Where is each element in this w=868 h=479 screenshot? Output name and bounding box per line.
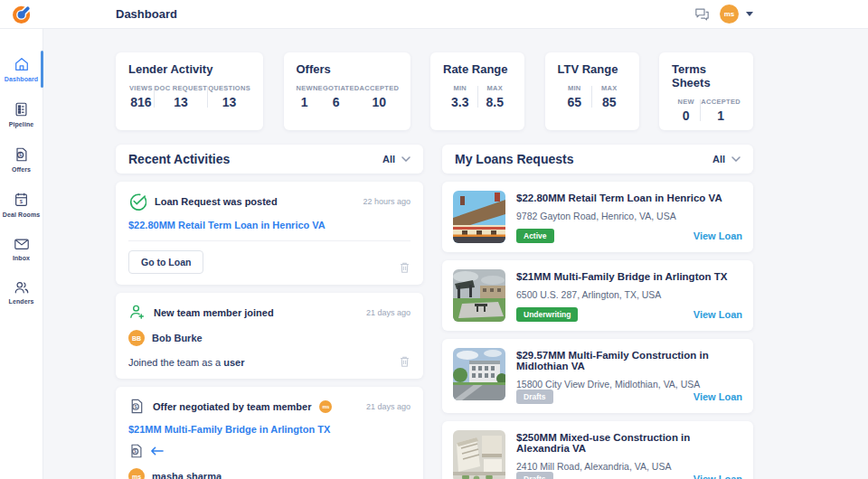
activity-title: Loan Request was posted xyxy=(155,196,278,207)
stat-card-terms-sheets: Terms Sheets NEW0 ACCEPTED1 xyxy=(659,52,753,130)
activity-card-offer-negotiated: $ Offer negotiated by team member ms 21 … xyxy=(116,387,423,479)
loan-title: $21MM Multi-Family Bridge in Arlington T… xyxy=(516,271,742,282)
activity-title: Offer negotiated by team member xyxy=(153,401,311,412)
sidebar-item-deal-rooms[interactable]: $ Deal Rooms xyxy=(0,186,42,223)
filter-value: All xyxy=(712,154,725,164)
my-loans-section: My Loans Requests All xyxy=(442,145,753,479)
svg-text:$: $ xyxy=(19,152,22,157)
stat-title: Rate Range xyxy=(443,62,512,76)
sidebar-item-label: Lenders xyxy=(9,298,34,305)
activity-note: Joined the team as a user xyxy=(128,357,244,368)
recent-activities-section: Recent Activities All Loan Request was p… xyxy=(116,145,423,479)
page-title: Dashboard xyxy=(116,7,177,21)
stat-label: ACCEPTED xyxy=(701,98,741,106)
sidebar-item-label: Deal Rooms xyxy=(3,211,40,218)
calendar-icon: $ xyxy=(14,192,29,208)
loan-address: 2410 Mill Road, Alexandria, VA, USA xyxy=(516,461,742,472)
stat-label: MIN xyxy=(568,84,581,92)
section-title: My Loans Requests xyxy=(455,152,573,166)
activity-card-loan-posted: Loan Request was posted 22 hours ago $22… xyxy=(116,182,423,285)
stat-label: MAX xyxy=(601,84,618,92)
stat-label: NEW xyxy=(297,84,313,92)
stat-label: VIEWS xyxy=(129,84,153,92)
loan-title: $22.80MM Retail Term Loan in Henrico VA xyxy=(516,193,742,203)
stat-title: Offers xyxy=(297,62,398,76)
stat-value: 13 xyxy=(174,95,188,109)
offer-doc-icon: $ xyxy=(128,398,145,415)
trash-icon[interactable] xyxy=(399,355,410,368)
sidebar-item-lenders[interactable]: Lenders xyxy=(0,275,42,310)
stat-title: Terms Sheets xyxy=(672,62,741,89)
check-circle-icon xyxy=(128,193,146,211)
activity-loan-link[interactable]: $21MM Multi-Family Bridge in Arlington T… xyxy=(128,424,410,435)
loan-card[interactable]: $21MM Multi-Family Bridge in Arlington T… xyxy=(442,260,753,331)
stat-value: 13 xyxy=(222,95,237,109)
activity-loan-link[interactable]: $22.80MM Retail Term Loan in Henrico VA xyxy=(128,220,410,230)
status-badge: Drafts xyxy=(516,390,553,404)
activity-card-team-member: New team member joined 21 days ago BB Bo… xyxy=(116,293,423,379)
sidebar-item-pipeline[interactable]: Pipeline xyxy=(0,96,42,133)
loan-card[interactable]: $22.80MM Retail Term Loan in Henrico VA … xyxy=(442,182,753,252)
person-name: masha sharma xyxy=(152,471,222,479)
people-icon xyxy=(14,280,30,295)
view-loan-link[interactable]: View Loan xyxy=(693,309,742,320)
trash-icon[interactable] xyxy=(399,261,410,274)
stat-label: NEW xyxy=(677,98,693,106)
sidebar-item-inbox[interactable]: Inbox xyxy=(0,231,42,267)
activity-timestamp: 21 days ago xyxy=(366,308,410,317)
sidebar-item-dashboard[interactable]: Dashboard xyxy=(0,51,42,88)
loans-filter-dropdown[interactable]: All xyxy=(712,154,741,164)
filter-value: All xyxy=(382,154,395,164)
messages-icon[interactable] xyxy=(694,7,710,21)
stat-label: MAX xyxy=(486,84,503,92)
sidebar-item-offers[interactable]: $ Offers xyxy=(0,141,42,178)
offer-doc-icon: $ xyxy=(128,443,144,459)
status-badge: Drafts xyxy=(516,472,553,479)
envelope-icon xyxy=(14,237,30,251)
stat-value: 1 xyxy=(301,95,308,109)
main-content: Lender Activity VIEWS816 DOC REQUEST13 Q… xyxy=(43,29,868,479)
stat-label: ACCEPTED xyxy=(360,84,400,92)
person-name: Bob Burke xyxy=(152,333,203,343)
chevron-down-icon xyxy=(731,156,741,162)
my-loans-header: My Loans Requests All xyxy=(442,145,753,174)
view-loan-link[interactable]: View Loan xyxy=(693,474,742,479)
user-avatar[interactable]: ms xyxy=(720,5,739,23)
sidebar-item-label: Pipeline xyxy=(9,121,34,127)
stat-value: 1 xyxy=(717,108,724,123)
stat-value: 85 xyxy=(602,95,617,109)
loan-address: 9782 Gayton Road, Henrico, VA, USA xyxy=(516,211,742,221)
status-badge: Active xyxy=(516,229,554,243)
activities-filter-dropdown[interactable]: All xyxy=(382,154,410,164)
stat-value: 8.5 xyxy=(486,95,504,109)
active-indicator xyxy=(41,51,43,88)
view-loan-link[interactable]: View Loan xyxy=(693,391,742,402)
stat-title: LTV Range xyxy=(558,62,627,76)
offer-doc-icon: $ xyxy=(14,146,29,163)
logo-compass-icon xyxy=(12,4,33,24)
stats-row: Lender Activity VIEWS816 DOC REQUEST13 Q… xyxy=(116,52,753,130)
divider xyxy=(128,240,410,241)
go-to-loan-button[interactable]: Go to Loan xyxy=(128,250,203,274)
app-logo[interactable] xyxy=(0,4,43,24)
home-icon xyxy=(14,56,30,72)
loan-card[interactable]: $29.57MM Multi-Family Construction in Mi… xyxy=(442,339,753,413)
chevron-down-icon xyxy=(401,156,410,162)
loan-card[interactable]: $250MM Mixed-use Construction in Alexand… xyxy=(442,421,753,479)
stat-card-offers: Offers NEW1 NEGOTIATED6 ACCEPTED10 xyxy=(284,52,410,130)
loan-thumbnail xyxy=(453,348,505,400)
back-arrow-icon xyxy=(150,446,164,456)
top-bar: Dashboard ms xyxy=(0,0,868,29)
stat-value: 6 xyxy=(333,95,340,109)
sidebar-item-label: Inbox xyxy=(13,255,30,261)
view-loan-link[interactable]: View Loan xyxy=(693,230,742,241)
user-menu-caret-icon[interactable] xyxy=(746,12,753,16)
svg-text:$: $ xyxy=(134,448,137,454)
loan-thumbnail xyxy=(453,191,505,243)
stat-value: 3.3 xyxy=(451,95,468,109)
loan-thumbnail xyxy=(453,430,505,479)
activity-title: New team member joined xyxy=(154,307,274,318)
stat-value: 65 xyxy=(567,95,581,109)
activity-timestamp: 21 days ago xyxy=(366,402,410,411)
user-add-icon xyxy=(128,304,146,321)
